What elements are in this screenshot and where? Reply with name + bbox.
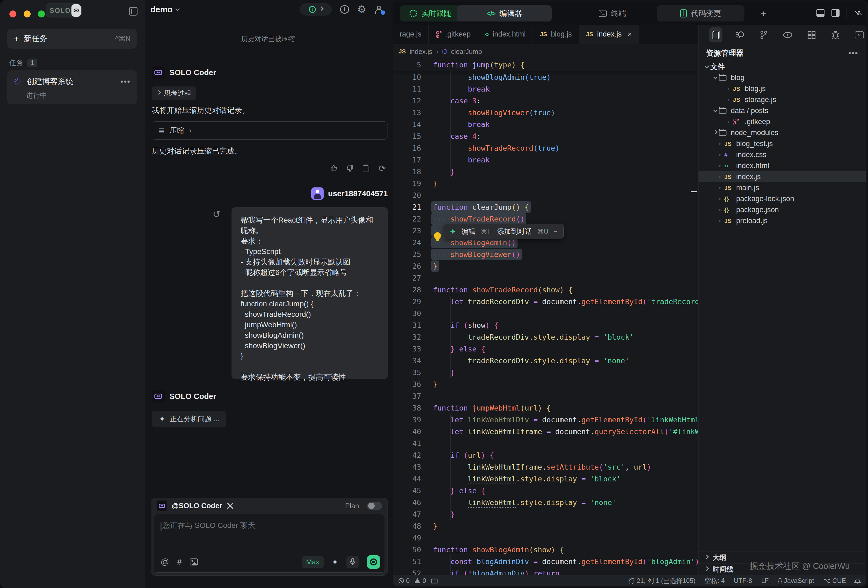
tools-icon[interactable] xyxy=(226,502,234,510)
sidebar-toggle-icon[interactable] xyxy=(129,7,137,16)
task-card[interactable]: 创建博客系统 ••• 进行中 xyxy=(7,70,137,104)
tab-live-follow[interactable]: 实时跟随 xyxy=(400,5,461,22)
preview-eye-icon[interactable] xyxy=(781,27,794,43)
code-line-19: 19} xyxy=(393,177,698,189)
tab-terminal[interactable]: 终端 xyxy=(567,5,658,22)
file-tab-index.js[interactable]: JSindex.js× xyxy=(579,25,639,44)
tab-code-changes[interactable]: 代码变更 xyxy=(657,5,744,22)
ai-add-to-chat-button[interactable]: 添加到对话 xyxy=(497,227,532,236)
tree-item-node_modules[interactable]: node_modules xyxy=(698,127,866,138)
search-icon[interactable] xyxy=(733,27,746,43)
project-switcher[interactable]: demo xyxy=(151,5,179,15)
cue-status[interactable]: ⌥ CUE xyxy=(823,577,846,585)
solo-mode-toggle[interactable]: SOLO xyxy=(46,3,82,18)
tree-item-index.css[interactable]: #index.css xyxy=(698,149,866,160)
tree-item-blog[interactable]: blog xyxy=(698,72,866,83)
plan-toggle[interactable] xyxy=(367,502,382,510)
tree-item-preload.js[interactable]: JSpreload.js xyxy=(698,215,866,226)
copy-icon[interactable] xyxy=(362,164,371,173)
code-line-46: 46 linkWebHtml.style.display = 'none' xyxy=(393,497,698,508)
thumbs-up-icon[interactable] xyxy=(329,164,338,173)
split-horizontal-icon[interactable] xyxy=(816,9,825,17)
ports-icon[interactable] xyxy=(431,579,437,584)
encoding-status[interactable]: UTF-8 xyxy=(734,577,752,585)
image-icon[interactable] xyxy=(190,559,198,566)
tree-item-main.js[interactable]: JSmain.js xyxy=(698,182,866,193)
max-model-button[interactable]: Max xyxy=(302,556,323,568)
extensions-icon[interactable] xyxy=(805,27,818,43)
breadcrumb[interactable]: JS index.js › ⬡ clearJump xyxy=(393,44,698,59)
cursor-position-status[interactable]: 行 21, 列 1 (已选择105) xyxy=(629,576,695,585)
tree-item-data/posts[interactable]: data / posts xyxy=(698,105,866,116)
file-tab-index.html[interactable]: ‹›index.html xyxy=(478,25,533,44)
warnings-status[interactable]: 0 xyxy=(415,577,426,585)
expand-icon[interactable]: ⌐ xyxy=(554,228,558,235)
collapse-icon[interactable]: ↘↖ xyxy=(854,9,859,17)
user-message-line: } xyxy=(241,351,379,361)
mention-icon[interactable]: @ xyxy=(161,557,169,567)
tree-item-index.html[interactable]: ‹›index.html xyxy=(698,160,866,171)
close-tab-icon[interactable]: × xyxy=(627,30,632,38)
explorer-menu-button[interactable]: ••• xyxy=(848,49,858,58)
language-status[interactable]: {} JavaScript xyxy=(778,577,814,585)
debug-icon[interactable] xyxy=(829,27,842,43)
tree-item-index.js[interactable]: JSindex.js xyxy=(698,171,866,182)
tree-item-.gitkeep[interactable]: .gitkeep xyxy=(698,116,866,127)
user-message-line: - 昵称超过6个字截断显示省略号 xyxy=(241,267,379,278)
history-compressed-divider: 历史对话已被压缩 xyxy=(152,34,385,43)
tree-item-文件[interactable]: 文件 xyxy=(698,61,866,72)
bell-icon[interactable] xyxy=(855,579,860,583)
follow-status-pill[interactable] xyxy=(300,3,332,16)
line-number: 25 xyxy=(393,250,421,259)
regenerate-icon[interactable]: ⟳ xyxy=(378,164,387,173)
thumbs-down-icon[interactable] xyxy=(345,164,354,173)
remote-console-icon[interactable] xyxy=(853,27,866,43)
line-number: 5 xyxy=(393,61,421,69)
tree-item-storage.js[interactable]: JSstorage.js xyxy=(698,94,866,105)
send-stop-button[interactable] xyxy=(367,555,380,569)
file-tab-rage.js[interactable]: rage.js xyxy=(393,25,429,44)
files-view-icon[interactable] xyxy=(709,27,722,43)
file-tab-.gitkeep[interactable]: .gitkeep xyxy=(429,25,478,44)
line-number: 32 xyxy=(393,333,421,341)
tree-item-package-lock.json[interactable]: {}package-lock.json xyxy=(698,193,866,204)
git-file-icon xyxy=(733,118,739,126)
new-task-label: 新任务 xyxy=(24,33,115,44)
hashtag-icon[interactable]: # xyxy=(177,557,182,567)
indent-status[interactable]: 空格: 4 xyxy=(705,576,725,585)
undo-icon[interactable]: ↺ xyxy=(213,209,220,220)
tree-item-blog.js[interactable]: JSblog.js xyxy=(698,83,866,94)
eol-status[interactable]: LF xyxy=(761,577,769,585)
add-tab-button[interactable]: + xyxy=(757,5,770,22)
minimize-window-button[interactable] xyxy=(24,10,31,18)
js-file-icon: JS xyxy=(724,184,732,192)
file-tree: 文件blogJSblog.jsJSstorage.jsdata / posts.… xyxy=(698,61,866,226)
file-tab-blog.js[interactable]: JSblog.js xyxy=(533,25,579,44)
code-editor[interactable]: JS index.js › ⬡ clearJump 5function jump… xyxy=(393,44,698,575)
compress-tool-card[interactable]: ≣ 压缩 › xyxy=(152,121,388,140)
tree-item-blog_test.js[interactable]: JSblog_test.js xyxy=(698,138,866,149)
ai-edit-button[interactable]: 编辑 xyxy=(461,227,475,236)
line-number: 44 xyxy=(393,475,421,483)
close-window-button[interactable] xyxy=(9,10,16,18)
source-control-icon[interactable] xyxy=(757,27,770,43)
mic-button[interactable] xyxy=(347,556,359,568)
lightbulb-icon[interactable] xyxy=(433,232,442,242)
js-file-icon: JS xyxy=(733,85,740,92)
sparkle-icon[interactable]: ✦ xyxy=(332,557,338,567)
thinking-process-toggle[interactable]: 思考过程 xyxy=(152,87,196,100)
gear-icon[interactable]: ⚙ xyxy=(357,4,366,15)
tab-editor[interactable]: </> 编辑器 xyxy=(457,5,552,22)
maximize-window-button[interactable] xyxy=(38,10,45,18)
errors-status[interactable]: 0 xyxy=(399,577,410,585)
split-vertical-icon[interactable] xyxy=(831,9,840,17)
task-menu-button[interactable]: ••• xyxy=(120,77,130,86)
tree-item-package.json[interactable]: {}package.json xyxy=(698,204,866,215)
new-chat-icon[interactable] xyxy=(340,5,349,14)
new-task-button[interactable]: + 新任务 ^⌘N xyxy=(7,29,137,49)
account-icon[interactable] xyxy=(374,4,384,14)
assistant-header: SOLO Coder xyxy=(152,66,216,79)
js-file-icon: JS xyxy=(540,31,547,38)
mention-label[interactable]: @SOLO Coder xyxy=(171,502,222,510)
chat-input[interactable]: 您正在与 SOLO Coder 聊天 @ # Max ✦ xyxy=(154,514,385,573)
